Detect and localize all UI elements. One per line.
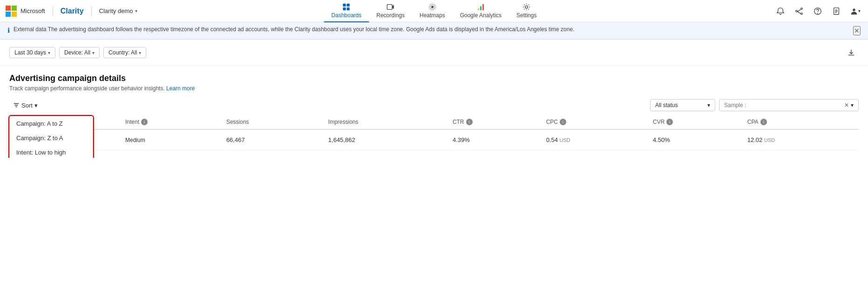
table-controls-right: All status ▾ ✕ ▾ [650, 99, 859, 111]
svg-rect-5 [347, 3, 350, 6]
google-analytics-icon [476, 3, 485, 11]
nav-label-google-analytics: Google Analytics [460, 12, 502, 19]
nav-item-recordings[interactable]: Recordings [369, 0, 412, 22]
country-filter-chevron-icon: ▾ [139, 50, 141, 55]
col-cvr: CVR i [647, 115, 742, 129]
top-navigation: Microsoft Clarity Clarity demo ▾ Dashboa… [0, 0, 868, 22]
cell-sessions: 66,467 [221, 129, 323, 150]
col-impressions: Impressions [323, 115, 447, 129]
table-controls: Sort ▾ Campaign: A to Z Campaign: Z to A… [9, 99, 859, 111]
svg-rect-0 [6, 6, 11, 11]
info-banner-icon: ℹ [7, 27, 10, 34]
status-filter-select[interactable]: All status ▾ [650, 99, 715, 111]
cell-cpa: 12.02 USD [742, 129, 859, 150]
svg-point-18 [796, 10, 798, 12]
svg-rect-1 [12, 6, 17, 11]
col-cpa: CPA i [742, 115, 859, 129]
info-banner: ℹ External data The advertising dashboar… [0, 22, 868, 40]
svg-rect-3 [12, 12, 17, 17]
project-name: Clarity demo [99, 7, 133, 14]
intent-info-icon[interactable]: i [141, 119, 148, 125]
cpa-info-icon[interactable]: i [760, 119, 767, 125]
search-dropdown-icon[interactable]: ▾ [851, 102, 854, 108]
svg-point-23 [853, 8, 855, 11]
nav-label-settings: Settings [516, 12, 536, 19]
microsoft-logo [6, 6, 17, 17]
country-filter-button[interactable]: Country: All ▾ [103, 47, 146, 58]
clarity-brand-label: Clarity [61, 7, 84, 15]
nav-label-recordings: Recordings [376, 12, 405, 19]
device-filter-button[interactable]: Device: All ▾ [59, 47, 100, 58]
table-row: Medium 66,467 1,645,862 4.39% 0.54 USD 4… [9, 129, 859, 150]
time-filter-chevron-icon: ▾ [48, 50, 50, 55]
time-filter-button[interactable]: Last 30 days ▾ [9, 47, 55, 58]
device-filter-label: Device: All [64, 49, 90, 56]
share-icon[interactable] [792, 4, 807, 19]
cell-cpc: 0.54 USD [541, 129, 647, 150]
dashboard-icon [342, 3, 351, 11]
nav-center: Dashboards Recordings Heatmaps [324, 0, 544, 22]
project-chevron-icon: ▾ [135, 8, 137, 13]
sort-button[interactable]: Sort ▾ [9, 100, 41, 111]
svg-rect-7 [347, 7, 350, 10]
country-filter-label: Country: All [108, 49, 137, 56]
svg-rect-4 [343, 3, 346, 6]
nav-item-settings[interactable]: Settings [509, 0, 544, 22]
nav-item-google-analytics[interactable]: Google Analytics [453, 0, 509, 22]
svg-point-21 [818, 13, 818, 13]
sort-option-intent-low-high[interactable]: Intent: Low to high [10, 145, 93, 158]
svg-rect-6 [343, 7, 346, 10]
sort-chevron-icon: ▾ [34, 102, 38, 109]
ctr-info-icon[interactable]: i [466, 119, 473, 125]
page-title: Advertising campaign details [9, 74, 859, 83]
svg-point-17 [801, 7, 803, 9]
sort-label: Sort [21, 102, 33, 109]
nav-item-dashboards[interactable]: Dashboards [324, 0, 369, 22]
nav-right: ▾ [773, 4, 862, 19]
svg-rect-8 [387, 4, 392, 9]
learn-more-link[interactable]: Learn more [166, 85, 195, 92]
account-icon[interactable]: ▾ [848, 4, 862, 19]
heatmaps-icon [428, 3, 436, 11]
cell-impressions: 1,645,862 [323, 129, 447, 150]
svg-point-16 [525, 6, 528, 8]
document-icon[interactable] [829, 4, 844, 19]
svg-point-19 [801, 13, 803, 14]
col-cpc: CPC i [541, 115, 647, 129]
cell-cvr: 4.50% [647, 129, 742, 150]
svg-point-10 [431, 6, 434, 8]
status-filter-label: All status [655, 102, 705, 108]
sort-option-campaign-za[interactable]: Campaign: Z to A [10, 131, 93, 145]
cpc-info-icon[interactable]: i [560, 119, 566, 125]
ms-label: Microsoft [20, 7, 45, 14]
time-filter-label: Last 30 days [14, 49, 46, 56]
search-clear-icon[interactable]: ✕ [844, 102, 849, 108]
nav-label-heatmaps: Heatmaps [420, 12, 445, 19]
filters-bar: Last 30 days ▾ Device: All ▾ Country: Al… [0, 40, 868, 66]
info-banner-text: External data The advertising dashboard … [14, 26, 574, 33]
campaign-search-input[interactable] [724, 102, 842, 108]
settings-icon [522, 3, 531, 11]
sort-option-campaign-az[interactable]: Campaign: A to Z [10, 116, 93, 131]
status-filter-chevron-icon: ▾ [707, 102, 710, 108]
nav-item-heatmaps[interactable]: Heatmaps [412, 0, 453, 22]
svg-rect-14 [480, 6, 481, 10]
campaign-table: Campaign Intent i Sessions Impressions C… [9, 115, 859, 150]
nav-brand-divider [53, 7, 53, 16]
help-icon[interactable] [810, 4, 825, 19]
nav-left: Microsoft Clarity Clarity demo ▾ [6, 6, 137, 17]
cvr-info-icon[interactable]: i [666, 119, 673, 125]
table-header-row: Campaign Intent i Sessions Impressions C… [9, 115, 859, 129]
nav-label-dashboards: Dashboards [332, 12, 362, 19]
project-selector[interactable]: Clarity demo ▾ [99, 7, 137, 14]
recordings-icon [387, 3, 395, 11]
download-button[interactable] [844, 45, 859, 60]
cell-intent: Medium [120, 129, 221, 150]
campaign-search-box: ✕ ▾ [719, 99, 859, 111]
sort-dropdown: Campaign: A to Z Campaign: Z to A Intent… [9, 116, 93, 158]
cell-ctr: 4.39% [447, 129, 541, 150]
notifications-icon[interactable] [773, 4, 788, 19]
device-filter-chevron-icon: ▾ [92, 50, 95, 55]
col-intent: Intent i [120, 115, 221, 129]
info-banner-close-button[interactable]: ✕ [853, 26, 861, 35]
